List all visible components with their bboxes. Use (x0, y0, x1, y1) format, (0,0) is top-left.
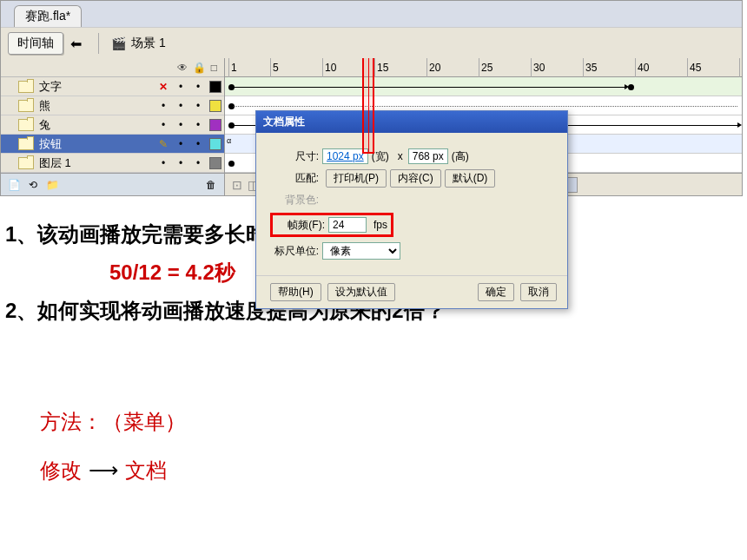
set-default-button[interactable]: 设为默认值 (327, 283, 395, 301)
ruler-tick: 20 (426, 58, 440, 77)
dotted-span (234, 106, 737, 107)
center-frame-icon[interactable]: ⊡ (232, 178, 242, 192)
x-separator: x (398, 150, 403, 162)
layer-color-swatch[interactable] (209, 100, 221, 112)
size-row: 尺寸: 1024 px (宽) x 768 px (高) (270, 148, 553, 164)
divider (98, 33, 99, 54)
fps-unit: fps (374, 219, 387, 231)
match-row: 匹配: 打印机(P) 内容(C) 默认(D) (270, 169, 553, 188)
method-block: 方法：（菜单） 修改 ⟶ 文档 (23, 387, 186, 484)
layer-row[interactable]: 按钮✎•• (1, 135, 224, 154)
height-unit: (高) (452, 149, 469, 164)
size-label: 尺寸: (270, 149, 319, 164)
hide-icon[interactable]: ✕ (155, 81, 172, 93)
layer-name: 文字 (39, 79, 155, 95)
lock-dot-icon[interactable]: • (172, 119, 189, 131)
frames-row[interactable] (225, 77, 742, 96)
back-arrow-icon[interactable]: ⬅ (70, 36, 86, 51)
cancel-button[interactable]: 取消 (520, 283, 557, 301)
bgcolor-row: 背景色: (270, 193, 553, 208)
layer-folder-icon (18, 138, 34, 150)
lock-dot-icon[interactable]: • (172, 157, 189, 169)
tween-span (234, 87, 625, 88)
outline-dot-icon[interactable]: • (189, 81, 207, 93)
bgcolor-label: 背景色: (270, 193, 319, 208)
ruler-tick: 45 (687, 58, 701, 77)
ruler-tick: 1 (228, 58, 237, 77)
eye-icon[interactable]: 👁 (177, 62, 188, 74)
help-button[interactable]: 帮助(H) (270, 283, 321, 301)
step-document: 文档 (125, 457, 167, 484)
match-label: 匹配: (270, 171, 319, 186)
playhead[interactable] (362, 58, 374, 154)
pencil-icon[interactable]: ✎ (155, 138, 172, 150)
outline-dot-icon[interactable]: • (189, 157, 207, 169)
ruler-tick: 25 (479, 58, 492, 77)
outline-icon[interactable]: □ (211, 62, 217, 74)
width-input[interactable]: 1024 px (322, 148, 368, 164)
ruler-tick: 40 (635, 58, 649, 77)
dot-icon[interactable]: • (155, 100, 172, 112)
dialog-title: 文档属性 (256, 111, 567, 133)
ruler-units-select[interactable]: 像素 (322, 242, 400, 260)
layer-folder-icon (18, 157, 34, 169)
lock-icon[interactable]: 🔒 (193, 62, 206, 74)
layer-color-swatch[interactable] (209, 119, 221, 131)
dialog-buttons: 帮助(H) 设为默认值 确定 取消 (256, 275, 567, 308)
ruler-units-row: 标尺单位: 像素 (270, 242, 553, 260)
layer-name: 图层 1 (39, 155, 155, 171)
ruler-tick: 50 (739, 58, 742, 77)
layer-row[interactable]: 文字✕•• (1, 77, 224, 96)
method-steps: 修改 ⟶ 文档 (40, 457, 186, 484)
outline-dot-icon[interactable]: • (189, 138, 207, 150)
default-button[interactable]: 默认(D) (445, 169, 496, 188)
layer-name: 按钮 (39, 136, 155, 152)
height-input[interactable]: 768 px (408, 148, 448, 164)
add-motion-icon[interactable]: ⟲ (25, 177, 41, 193)
layers-footer: 📄 ⟲ 📁 🗑 (1, 173, 224, 195)
fps-row: 帧频(F): fps (270, 213, 553, 237)
layers-header: 👁 🔒 □ (1, 58, 224, 77)
layer-name: 兔 (39, 117, 155, 133)
add-folder-icon[interactable]: 📁 (44, 177, 60, 193)
layer-row[interactable]: 熊••• (1, 96, 224, 115)
toolbar: 时间轴 ⬅ 🎬 场景 1 (1, 27, 742, 58)
layer-row[interactable]: 兔••• (1, 115, 224, 135)
contents-button[interactable]: 内容(C) (390, 169, 441, 188)
delete-layer-icon[interactable]: 🗑 (203, 177, 219, 193)
outline-dot-icon[interactable]: • (189, 100, 207, 112)
layer-folder-icon (18, 119, 34, 131)
layer-row[interactable]: 图层 1••• (1, 154, 224, 173)
layer-color-swatch[interactable] (209, 157, 221, 169)
scene-icon: 🎬 (111, 36, 126, 50)
step-modify: 修改 (40, 457, 82, 484)
add-layer-icon[interactable]: 📄 (6, 177, 22, 193)
ruler-tick: 5 (270, 58, 279, 77)
timeline-button[interactable]: 时间轴 (8, 32, 63, 55)
dot-icon[interactable]: • (155, 157, 172, 169)
ok-button[interactable]: 确定 (478, 283, 514, 301)
scene-selector[interactable]: 🎬 场景 1 (111, 36, 166, 51)
slide-content: 1、该动画播放完需要多长时间？ 50/12 = 4.2秒 2、如何实现将动画播放… (0, 196, 747, 349)
keyframe-icon (628, 84, 634, 90)
layer-name: 熊 (39, 98, 155, 114)
fps-input[interactable] (328, 217, 367, 233)
document-tabs: 赛跑.fla* (1, 1, 742, 27)
frame-ruler[interactable]: 1 5 10 15 20 25 30 35 40 45 50 (225, 58, 742, 77)
document-tab[interactable]: 赛跑.fla* (14, 5, 82, 27)
document-properties-dialog: 文档属性 尺寸: 1024 px (宽) x 768 px (高) 匹配: 打印… (255, 110, 568, 309)
lock-dot-icon[interactable]: • (172, 100, 189, 112)
ruler-tick: 30 (531, 58, 545, 77)
layer-color-swatch[interactable] (209, 138, 221, 150)
layers-panel: 👁 🔒 □ 文字✕••熊•••兔•••按钮✎••图层 1••• 📄 ⟲ 📁 🗑 (1, 58, 225, 195)
frame-label-icon: α (227, 136, 231, 145)
dot-icon[interactable]: • (155, 119, 172, 131)
layer-folder-icon (18, 81, 34, 93)
outline-dot-icon[interactable]: • (189, 119, 207, 131)
lock-dot-icon[interactable]: • (172, 138, 189, 150)
layer-color-swatch[interactable] (209, 81, 221, 93)
printer-button[interactable]: 打印机(P) (326, 169, 387, 188)
arrow-icon: ⟶ (89, 458, 118, 483)
dialog-body: 尺寸: 1024 px (宽) x 768 px (高) 匹配: 打印机(P) … (256, 133, 567, 275)
lock-dot-icon[interactable]: • (172, 81, 189, 93)
